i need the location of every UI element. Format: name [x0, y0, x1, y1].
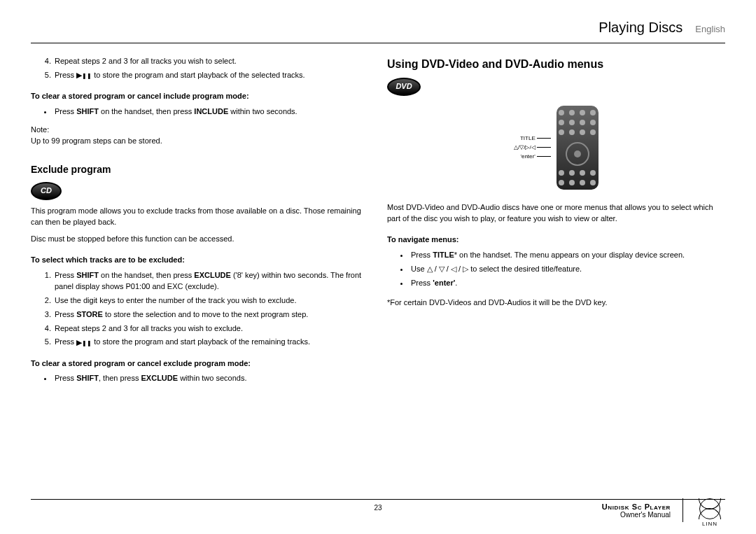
dvd-menus-intro: Most DVD-Video and DVD-Audio discs have …: [387, 202, 725, 225]
remote-icon: [556, 106, 598, 190]
list-item: Repeat steps 2 and 3 for all tracks you …: [53, 323, 369, 335]
cd-badge-icon: CD: [31, 182, 62, 200]
footer-divider: [682, 498, 683, 522]
list-item: Press SHIFT on the handset, then press E…: [53, 270, 369, 293]
page-header: Playing Discs English: [31, 20, 725, 40]
list-item: Press SHIFT on the handset, then press I…: [53, 106, 369, 118]
clear-include-heading: To clear a stored program or cancel incl…: [31, 91, 369, 102]
clear-exclude-heading: To clear a stored program or cancel excl…: [31, 358, 369, 370]
list-item: Use △ / ▽ / ◁ / ▷ to select the desired …: [410, 264, 725, 275]
list-item: Repeat steps 2 and 3 for all tracks you …: [53, 56, 369, 67]
list-item: Use the digit keys to enter the number o…: [53, 295, 369, 307]
select-excluded-heading: To select which tracks are to be exclude…: [31, 255, 369, 266]
content-columns: Repeat steps 2 and 3 for all tracks you …: [31, 56, 725, 387]
list-item: Press STORE to store the selection and t…: [53, 309, 369, 321]
manual-label: Owner's Manual: [602, 511, 671, 519]
dvd-footnote: *For certain DVD-Videos and DVD-Audios i…: [387, 297, 725, 309]
list-item: Press SHIFT, then press EXCLUDE within t…: [53, 373, 369, 384]
brand-name: LINN: [694, 521, 725, 527]
manual-page: Playing Discs English Repeat steps 2 and…: [0, 0, 756, 534]
list-item: Press ▶❚❚ to store the program and start…: [53, 70, 369, 81]
linn-logo-icon: [699, 498, 720, 519]
include-steps-continued: Repeat steps 2 and 3 for all tracks you …: [31, 56, 369, 81]
navigate-menus-heading: To navigate menus:: [387, 234, 725, 246]
product-name: Unidisk Sc Player: [602, 503, 671, 511]
product-block: Unidisk Sc Player Owner's Manual: [602, 503, 671, 519]
list-item: Press ▶❚❚ to store the program and start…: [53, 337, 369, 348]
play-pause-icon: ▶❚❚: [76, 337, 92, 349]
list-item: Press TITLE* on the handset. The menu ap…: [410, 250, 725, 261]
page-footer: 23 Unidisk Sc Player Owner's Manual LINN: [31, 499, 725, 521]
play-pause-icon: ▶❚❚: [76, 70, 92, 81]
list-item: Press 'enter'.: [410, 278, 725, 289]
section-title: Playing Discs: [598, 20, 682, 36]
dpad-arrows-icon: △ / ▽ / ◁ / ▷: [427, 265, 469, 273]
remote-callout-labels: TITLE △/▽/▷/◁ 'enter': [514, 134, 551, 161]
note-text: Up to 99 program steps can be stored.: [31, 136, 369, 147]
left-column: Repeat steps 2 and 3 for all tracks you …: [31, 56, 369, 387]
dvd-menus-heading: Using DVD-Video and DVD-Audio menus: [387, 56, 725, 72]
remote-illustration: TITLE △/▽/▷/◁ 'enter': [387, 106, 725, 190]
right-column: Using DVD-Video and DVD-Audio menus DVD …: [387, 56, 725, 387]
header-rule: [31, 43, 725, 43]
note-label: Note:: [31, 125, 369, 136]
clear-include-list: Press SHIFT on the handset, then press I…: [31, 106, 369, 118]
exclude-program-heading: Exclude program: [31, 162, 369, 176]
exclude-intro-1: This program mode allows you to exclude …: [31, 206, 369, 228]
dvd-badge-icon: DVD: [387, 78, 421, 96]
navigate-menus-list: Press TITLE* on the handset. The menu ap…: [387, 250, 725, 289]
exclude-steps: Press SHIFT on the handset, then press E…: [31, 270, 369, 349]
language-label: English: [695, 24, 725, 34]
brand-logo: LINN: [694, 498, 725, 527]
note-block: Note: Up to 99 program steps can be stor…: [31, 125, 369, 147]
clear-exclude-list: Press SHIFT, then press EXCLUDE within t…: [31, 373, 369, 384]
exclude-intro-2: Disc must be stopped before this functio…: [31, 234, 369, 245]
page-number: 23: [374, 504, 382, 512]
